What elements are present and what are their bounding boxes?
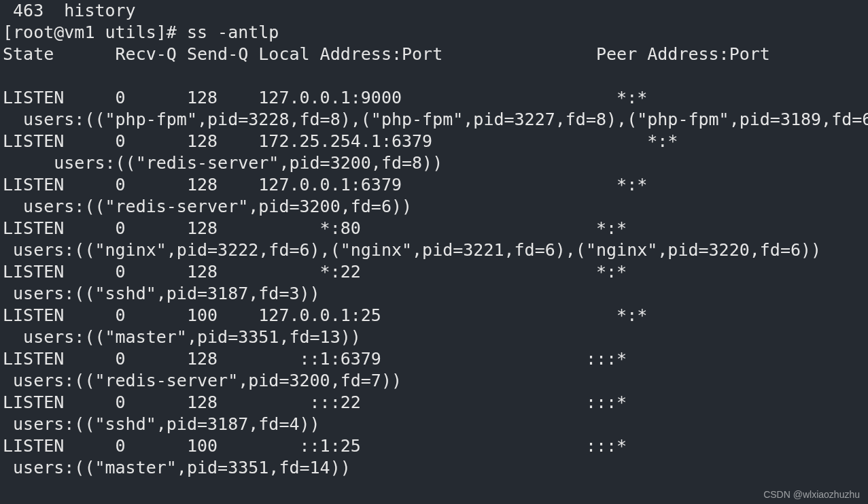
ss-users: users:(("master",pid=3351,fd=13)): [3, 327, 361, 347]
ss-users: users:(("nginx",pid=3222,fd=6),("nginx",…: [3, 240, 821, 260]
ss-row: LISTEN 0 128 ::1:6379 :::*: [3, 349, 811, 369]
terminal-output[interactable]: 463 history [root@vm1 utils]# ss -antlp …: [0, 0, 868, 479]
ss-users: users:(("redis-server",pid=3200,fd=6)): [3, 197, 412, 216]
blank-line: [3, 66, 146, 86]
ss-row: LISTEN 0 128 *:80 *:*: [3, 218, 811, 238]
ss-users: users:(("sshd",pid=3187,fd=4)): [3, 414, 320, 434]
ss-users: users:(("redis-server",pid=3200,fd=8)): [3, 153, 442, 173]
ss-header: State Recv-Q Send-Q Local Address:Port P…: [3, 44, 770, 64]
ss-users: users:(("redis-server",pid=3200,fd=7)): [3, 371, 402, 390]
ss-users: users:(("sshd",pid=3187,fd=3)): [3, 284, 320, 303]
ss-row: LISTEN 0 128 172.25.254.1:6379 *:*: [3, 131, 821, 151]
ss-row: LISTEN 0 128 *:22 *:*: [3, 262, 811, 282]
ss-row: LISTEN 0 128 127.0.0.1:6379 *:*: [3, 175, 831, 195]
watermark: CSDN @wlxiaozhuzhu: [763, 489, 860, 500]
ss-row: LISTEN 0 128 :::22 :::*: [3, 392, 811, 412]
ss-row: LISTEN 0 128 127.0.0.1:9000 *:*: [3, 88, 831, 107]
ss-row: LISTEN 0 100 ::1:25 :::*: [3, 436, 811, 456]
ss-row: LISTEN 0 100 127.0.0.1:25 *:*: [3, 305, 831, 325]
history-line: 463 history: [3, 1, 136, 20]
ss-users: users:(("php-fpm",pid=3228,fd=8),("php-f…: [3, 110, 868, 129]
ss-users: users:(("master",pid=3351,fd=14)): [3, 458, 351, 477]
prompt-line-1: [root@vm1 utils]# ss -antlp: [3, 22, 279, 42]
